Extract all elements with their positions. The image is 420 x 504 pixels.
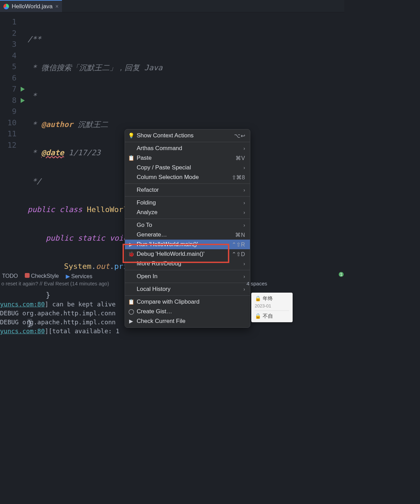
menu-more-run-debug[interactable]: More Run/Debug › [125,259,250,269]
tab-filename: HelloWorld.java [12,3,53,10]
menu-compare-clipboard[interactable]: 📋 Compare with Clipboard [125,297,250,307]
status-indent[interactable]: 4 spaces [246,281,267,286]
tool-window-bar: TODO CheckStyle ▶Services [0,272,124,280]
menu-separator [125,295,250,296]
menu-paste[interactable]: 📋 Paste ⌘V [125,153,250,163]
comment: * 微信搜索「沉默王二」，回复 [28,63,144,72]
console-link[interactable]: yuncs.com:80 [0,327,45,335]
notification-popup[interactable]: 🔒 年终 2023-01 🔒 不自 [251,293,293,322]
menu-debug[interactable]: 🐞 Debug 'HelloWorld.main()' ⌃⇧D [125,249,250,259]
github-icon: ◯ [128,308,135,315]
line-number: 5 [0,61,28,73]
line-gutter: 1 2 3 4 5 6 7 8 9 10 11 12 [0,12,28,274]
comment: * [28,120,41,129]
chevron-right-icon: › [243,146,245,151]
menu-label: Column Selection Mode [137,174,230,181]
menu-generate[interactable]: Generate… ⌘N [125,230,250,240]
services-icon: ▶ [66,273,70,279]
line-number: 6 [0,73,28,84]
dot: . [91,262,96,271]
keyword: public [28,205,60,214]
context-menu: 💡 Show Context Actions ⌥↩ Arthas Command… [125,129,250,328]
javadoc-tag: @date [41,148,64,157]
line-number: 4 [0,50,28,62]
line-number[interactable]: 8 [0,95,28,106]
keyword: static [78,234,110,242]
menu-folding[interactable]: Folding › [125,198,250,208]
comment: 沉默王二 [73,120,108,129]
chevron-right-icon: › [243,210,245,215]
console-text: DEBUG org.apache.http.impl.conn [0,318,116,326]
line-number: 9 [0,106,28,117]
menu-analyze[interactable]: Analyze › [125,208,250,217]
play-icon: ▶ [128,241,135,248]
menu-shortcut: ⌥↩ [234,133,245,139]
menu-label: Open In [137,273,241,280]
menu-show-context-actions[interactable]: 💡 Show Context Actions ⌥↩ [125,131,250,140]
menu-create-gist[interactable]: ◯ Create Gist… [125,307,250,316]
javadoc-tag: @author [41,120,73,129]
console-text: DEBUG org.apache.http.impl.conn [0,309,116,317]
bulb-icon: 💡 [128,133,135,139]
comment: 1/17/23 [64,148,101,157]
menu-arthas-command[interactable]: Arthas Command › [125,144,250,153]
menu-label: Generate… [137,231,233,238]
clipboard-icon: 📋 [128,155,135,161]
menu-check-current-file[interactable]: ▶ Check Current File [125,316,250,326]
menu-label: Refactor [137,187,241,193]
menu-refactor[interactable]: Refactor › [125,185,250,195]
dot: . [109,262,114,271]
menu-separator [125,219,250,219]
keyword: class [60,205,87,214]
chevron-right-icon: › [243,165,245,170]
menu-label: Arthas Command [137,145,241,152]
menu-separator [125,270,250,270]
editor-tab[interactable]: HelloWorld.java × [0,0,62,12]
menu-label: Run 'HelloWorld.main()' [137,241,230,248]
menu-separator [125,183,250,184]
console-link[interactable]: yuncs.com:80 [0,301,45,308]
menu-open-in[interactable]: Open In › [125,272,250,281]
comment: /** [28,35,41,43]
popup-text: 不自 [263,313,273,319]
menu-local-history[interactable]: Local History › [125,284,250,294]
menu-label: Debug 'HelloWorld.main()' [137,251,230,258]
popup-date: 2023-01 [255,303,289,308]
java-file-icon [3,4,9,9]
menu-separator [125,142,250,142]
line-number: 3 [0,39,28,50]
line-number[interactable]: 7 [0,84,28,95]
menu-copy-paste-special[interactable]: Copy / Paste Special › [125,163,250,172]
popup-subtitle: 🔒 不自 [255,311,289,319]
clipboard-compare-icon: 📋 [128,299,135,305]
menu-run[interactable]: ▶ Run 'HelloWorld.main()' ⌃⇧R [125,240,250,249]
notification-badge[interactable]: 1 [339,272,344,277]
chevron-right-icon: › [243,286,245,292]
console-text: ] can be kept alive [45,301,116,308]
menu-column-selection[interactable]: Column Selection Mode ⇧⌘8 [125,172,250,182]
tool-todo[interactable]: TODO [2,273,18,279]
menu-separator [125,283,250,283]
status-message: o reset it again? // Eval Reset (14 minu… [0,281,124,286]
tool-label: CheckStyle [31,273,59,279]
close-icon[interactable]: × [55,3,59,10]
tool-services[interactable]: ▶Services [66,273,92,280]
chevron-right-icon: › [243,187,245,193]
menu-label: Go To [137,222,241,229]
menu-label: Create Gist… [137,308,245,315]
menu-label: Check Current File [137,318,245,325]
tool-checkstyle[interactable]: CheckStyle [25,273,59,279]
menu-label: Copy / Paste Special [137,164,241,171]
menu-goto[interactable]: Go To › [125,220,250,230]
line-number: 12 [0,140,28,151]
comment: Java [144,63,162,72]
field: out [96,262,110,271]
play-icon: ▶ [128,318,135,324]
menu-separator [125,196,250,197]
keyword: public [46,234,78,242]
comment: */ [28,177,41,186]
console-text: ][total available: 1 [45,327,119,335]
line-number: 1 [0,17,28,28]
menu-label: More Run/Debug [137,260,241,267]
menu-label: Folding [137,199,241,206]
